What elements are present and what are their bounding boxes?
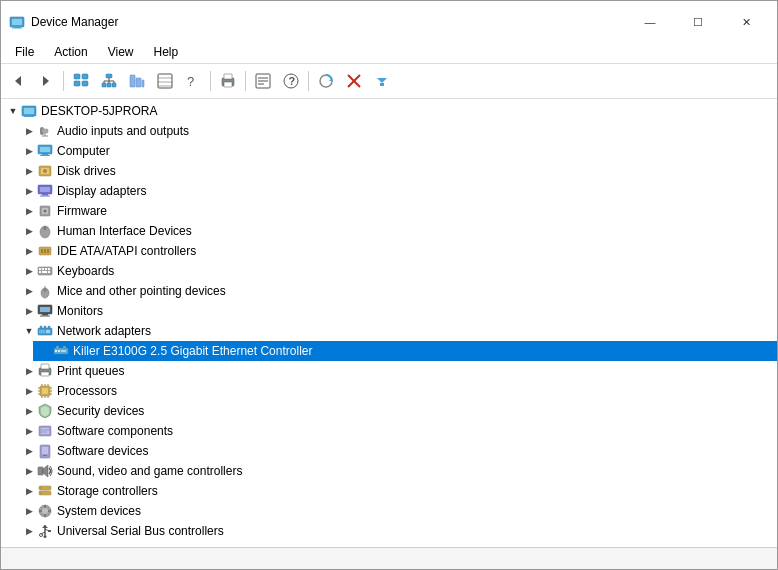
update-button[interactable] xyxy=(369,68,395,94)
monitors-expand-arrow[interactable]: ▶ xyxy=(21,303,37,319)
help-button[interactable]: ? xyxy=(278,68,304,94)
network-expand-arrow[interactable]: ▼ xyxy=(21,323,37,339)
list-item[interactable]: ▶ Sound, video and game controllers xyxy=(17,461,777,481)
device-manager-window: Device Manager — ☐ ✕ File Action View He… xyxy=(0,0,778,570)
list-item[interactable]: ▶ Universal Serial Bus controllers xyxy=(17,521,777,541)
list-item[interactable]: ▼ Network adapters xyxy=(17,321,777,341)
forward-button[interactable] xyxy=(33,68,59,94)
svg-rect-87 xyxy=(42,314,48,316)
ide-expand-arrow[interactable]: ▶ xyxy=(21,243,37,259)
computer-expand-arrow[interactable]: ▶ xyxy=(21,143,37,159)
processors-expand-arrow[interactable]: ▶ xyxy=(21,383,37,399)
firmware-expand-arrow[interactable]: ▶ xyxy=(21,203,37,219)
softwarecomp-expand-arrow[interactable]: ▶ xyxy=(21,423,37,439)
list-item[interactable]: ▶ Audio inputs and outputs xyxy=(17,121,777,141)
list-item[interactable]: ▶ Security devices xyxy=(17,401,777,421)
hid-expand-arrow[interactable]: ▶ xyxy=(21,223,37,239)
keyboard-icon xyxy=(37,263,53,279)
security-expand-arrow[interactable]: ▶ xyxy=(21,403,37,419)
maximize-button[interactable]: ☐ xyxy=(675,7,721,37)
audio-icon xyxy=(37,123,53,139)
hid-label: Human Interface Devices xyxy=(57,224,192,238)
svg-rect-3 xyxy=(12,28,22,29)
svg-point-145 xyxy=(40,534,43,537)
software-comp-icon xyxy=(37,423,53,439)
list-item[interactable]: ▶ IDE ATA/ATAPI controllers xyxy=(17,241,777,261)
display-expand-arrow[interactable]: ▶ xyxy=(21,183,37,199)
svg-rect-101 xyxy=(56,346,59,348)
display-label: Display adapters xyxy=(57,184,146,198)
svg-rect-100 xyxy=(61,350,66,352)
system-expand-arrow[interactable]: ▶ xyxy=(21,503,37,519)
list-item[interactable]: ▶ Firmware xyxy=(17,201,777,221)
menu-file[interactable]: File xyxy=(5,41,44,63)
storage-expand-arrow[interactable]: ▶ xyxy=(21,483,37,499)
close-button[interactable]: ✕ xyxy=(723,7,769,37)
killer-expand-arrow[interactable] xyxy=(37,343,53,359)
print-expand-arrow[interactable]: ▶ xyxy=(21,363,37,379)
svg-marker-129 xyxy=(43,465,48,477)
toolbar-separator-1 xyxy=(63,71,64,91)
menu-view[interactable]: View xyxy=(98,41,144,63)
svg-rect-95 xyxy=(44,326,46,328)
svg-rect-108 xyxy=(42,388,48,394)
svg-rect-72 xyxy=(47,249,49,253)
show-hidden-button[interactable]: ? xyxy=(180,68,206,94)
menu-bar: File Action View Help xyxy=(1,41,777,64)
back-button[interactable] xyxy=(5,68,31,94)
menu-help[interactable]: Help xyxy=(144,41,189,63)
devices-by-connection-button[interactable] xyxy=(96,68,122,94)
print-button[interactable] xyxy=(215,68,241,94)
svg-rect-44 xyxy=(24,108,34,114)
mice-label: Mice and other pointing devices xyxy=(57,284,226,298)
minimize-button[interactable]: — xyxy=(627,7,673,37)
svg-rect-54 xyxy=(40,155,50,156)
mice-expand-arrow[interactable]: ▶ xyxy=(21,283,37,299)
list-item[interactable]: ▶ Proces xyxy=(17,381,777,401)
softwaredev-expand-arrow[interactable]: ▶ xyxy=(21,443,37,459)
svg-rect-7 xyxy=(74,81,80,86)
network-icon xyxy=(37,323,53,339)
scan-button[interactable] xyxy=(313,68,339,94)
list-item[interactable]: ▶ Keyboards xyxy=(17,261,777,281)
devices-by-type-button[interactable] xyxy=(68,68,94,94)
svg-rect-6 xyxy=(74,74,80,79)
list-item[interactable]: ▶ Software components xyxy=(17,421,777,441)
processors-icon xyxy=(37,383,53,399)
svg-rect-99 xyxy=(58,350,60,352)
resources-by-connection-button[interactable] xyxy=(152,68,178,94)
network-label: Network adapters xyxy=(57,324,151,338)
resources-by-type-button[interactable] xyxy=(124,68,150,94)
list-item[interactable]: ▶ Disk drives xyxy=(17,161,777,181)
list-item[interactable]: ▶ Storage controllers xyxy=(17,481,777,501)
disk-label: Disk drives xyxy=(57,164,116,178)
list-item[interactable]: ▶ Computer xyxy=(17,141,777,161)
softwaredev-label: Software devices xyxy=(57,444,148,458)
svg-rect-9 xyxy=(82,81,88,86)
svg-rect-79 xyxy=(42,271,47,273)
list-item[interactable]: ▶ Software devices xyxy=(17,441,777,461)
properties-button[interactable] xyxy=(250,68,276,94)
remove-button[interactable] xyxy=(341,68,367,94)
keyboard-expand-arrow[interactable]: ▶ xyxy=(21,263,37,279)
root-item[interactable]: ▼ DESKTOP-5JPRORA xyxy=(1,101,777,121)
list-item[interactable]: ▶ Print queues xyxy=(17,361,777,381)
menu-action[interactable]: Action xyxy=(44,41,97,63)
svg-rect-21 xyxy=(142,80,144,87)
sound-expand-arrow[interactable]: ▶ xyxy=(21,463,37,479)
list-item[interactable]: ▶ Display adapters xyxy=(17,181,777,201)
monitors-label: Monitors xyxy=(57,304,103,318)
list-item[interactable]: ▶ Mice and other pointing devices xyxy=(17,281,777,301)
usb-expand-arrow[interactable]: ▶ xyxy=(21,523,37,539)
audio-expand-arrow[interactable]: ▶ xyxy=(21,123,37,139)
hid-icon xyxy=(37,223,53,239)
display-icon xyxy=(37,183,53,199)
list-item[interactable]: ▶ System devices xyxy=(17,501,777,521)
root-expand-arrow[interactable]: ▼ xyxy=(5,103,21,119)
list-item[interactable]: ▶ Monitors xyxy=(17,301,777,321)
softwarecomp-label: Software components xyxy=(57,424,173,438)
disk-expand-arrow[interactable]: ▶ xyxy=(21,163,37,179)
list-item[interactable]: Killer E3100G 2.5 Gigabit Ethernet Contr… xyxy=(33,341,777,361)
svg-rect-29 xyxy=(224,82,232,87)
list-item[interactable]: ▶ Human Interface Devices xyxy=(17,221,777,241)
